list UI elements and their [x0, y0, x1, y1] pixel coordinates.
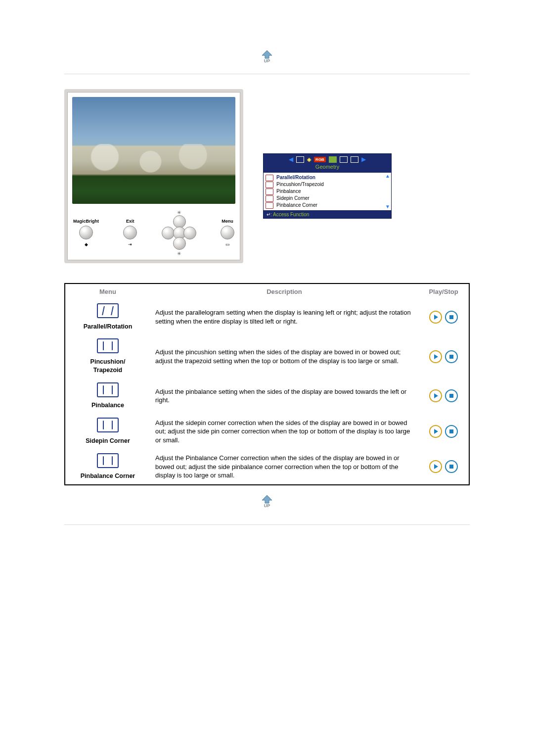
- dpad-down-button[interactable]: [173, 237, 186, 250]
- osd-icon-2[interactable]: ◈: [307, 156, 311, 163]
- menu-description: Adjust the pincushion setting when the s…: [150, 334, 418, 378]
- play-button[interactable]: [429, 389, 442, 402]
- osd-prev-icon[interactable]: ◀: [289, 156, 293, 163]
- osd-item-icon: [266, 189, 273, 195]
- osd-next-icon[interactable]: ▶: [361, 156, 366, 163]
- dpad-right-button[interactable]: [183, 227, 196, 239]
- menu-description: Adjust the parallelogram setting when th…: [150, 299, 418, 334]
- exit-label: Exit: [123, 219, 137, 224]
- magicbright-icon: ◆: [73, 242, 99, 247]
- stop-button[interactable]: [445, 425, 458, 438]
- stop-button[interactable]: [445, 460, 458, 473]
- play-button[interactable]: [429, 425, 442, 438]
- dpad-left-button[interactable]: [162, 227, 175, 239]
- menu-name: Pincushion/ Trapezoid: [70, 358, 145, 375]
- osd-icon-6[interactable]: [351, 156, 358, 163]
- play-button[interactable]: [429, 350, 442, 363]
- osd-item-pincushion-trapezoid[interactable]: Pincushion/Trapezoid: [266, 181, 389, 188]
- osd-item-sidepin-corner[interactable]: Sidepin Corner: [266, 195, 389, 202]
- divider: [64, 524, 470, 525]
- magicbright-label: MagicBright: [73, 219, 99, 224]
- stop-button[interactable]: [445, 311, 458, 324]
- menu-name: Pinbalance: [70, 401, 145, 410]
- menu-label: Menu: [221, 219, 234, 224]
- table-row: Pinbalance Adjust the pinbalance setting…: [65, 378, 469, 414]
- play-button[interactable]: [429, 311, 442, 324]
- navigation-dpad: [162, 215, 196, 250]
- osd-item-pinbalance-corner[interactable]: Pinbalance Corner: [266, 202, 389, 209]
- osd-footer-text: : Access Function: [270, 212, 309, 217]
- pincushion-trapezoid-icon: [97, 338, 119, 353]
- menu-description: Adjust the Pinbalance Corner correction …: [150, 449, 418, 485]
- table-row: Pincushion/ Trapezoid Adjust the pincush…: [65, 334, 469, 378]
- svg-text:UP: UP: [264, 58, 270, 63]
- osd-item-label: Pinbalance Corner: [276, 202, 317, 209]
- magicbright-button[interactable]: [79, 226, 93, 239]
- play-button[interactable]: [429, 460, 442, 473]
- osd-item-icon: [266, 195, 273, 202]
- pinbalance-icon: [97, 382, 119, 397]
- osd-item-icon: [266, 182, 273, 188]
- osd-item-label: Pincushion/Trapezoid: [276, 181, 324, 188]
- osd-item-pinbalance[interactable]: Pinbalance: [266, 188, 389, 195]
- osd-icon-5[interactable]: [340, 156, 348, 163]
- table-row: Parallel/Rotation Adjust the parallelogr…: [65, 299, 469, 334]
- parallel-rotation-icon: [97, 303, 119, 318]
- monitor-preview: MagicBright ◆ Exit ⇥ ✳: [64, 89, 243, 263]
- menu-name: Parallel/Rotation: [70, 323, 145, 331]
- osd-icon-1[interactable]: [296, 156, 304, 163]
- osd-item-icon: [266, 175, 273, 181]
- menu-button[interactable]: [221, 226, 234, 239]
- osd-scroll-up-icon[interactable]: ▲: [385, 174, 390, 179]
- svg-text:UP: UP: [264, 503, 270, 508]
- stop-button[interactable]: [445, 350, 458, 363]
- exit-icon: ⇥: [123, 242, 137, 247]
- dpad-bottom-glyph: ✳: [162, 251, 196, 256]
- pinbalance-corner-icon: [97, 453, 119, 468]
- menu-description: Adjust the pinbalance setting when the s…: [150, 378, 418, 414]
- col-description: Description: [150, 284, 418, 299]
- table-row: Sidepin Corner Adjust the sidepin corner…: [65, 414, 469, 449]
- dpad-top-glyph: ✳: [162, 210, 196, 215]
- osd-item-label: Sidepin Corner: [276, 195, 310, 202]
- table-row: Pinbalance Corner Adjust the Pinbalance …: [65, 449, 469, 485]
- sidepin-corner-icon: [97, 418, 119, 432]
- osd-title: Geometry: [267, 163, 388, 171]
- osd-item-label: Parallel/Rotation: [276, 174, 315, 181]
- menu-description: Adjust the sidepin corner correction whe…: [150, 414, 418, 449]
- col-menu: Menu: [65, 284, 150, 299]
- osd-item-label: Pinbalance: [276, 188, 301, 195]
- menu-name: Pinbalance Corner: [70, 472, 145, 480]
- osd-icon-geometry[interactable]: [329, 156, 337, 163]
- monitor-screen: [72, 97, 235, 204]
- menu-name: Sidepin Corner: [70, 437, 145, 445]
- up-icon[interactable]: UP: [259, 494, 275, 508]
- osd-scroll-down-icon[interactable]: ▼: [385, 204, 390, 209]
- osd-item-icon: [266, 202, 273, 209]
- osd-rgb-badge[interactable]: RGB: [314, 157, 326, 162]
- osd-panel: ◀ ◈ RGB ▶ Geometry ▲ Parallel/Rotation: [263, 153, 392, 219]
- geometry-options-table: Menu Description Play/Stop Parallel/Rota…: [64, 283, 470, 485]
- exit-button[interactable]: [123, 226, 137, 239]
- up-icon[interactable]: UP: [259, 49, 275, 63]
- enter-icon: ↵: [267, 212, 270, 217]
- divider: [64, 74, 470, 74]
- stop-button[interactable]: [445, 389, 458, 402]
- col-playstop: Play/Stop: [418, 284, 469, 299]
- osd-footer: ↵: Access Function: [263, 211, 392, 219]
- menu-icon: ▭: [221, 242, 234, 247]
- osd-item-parallel-rotation[interactable]: Parallel/Rotation: [266, 174, 389, 181]
